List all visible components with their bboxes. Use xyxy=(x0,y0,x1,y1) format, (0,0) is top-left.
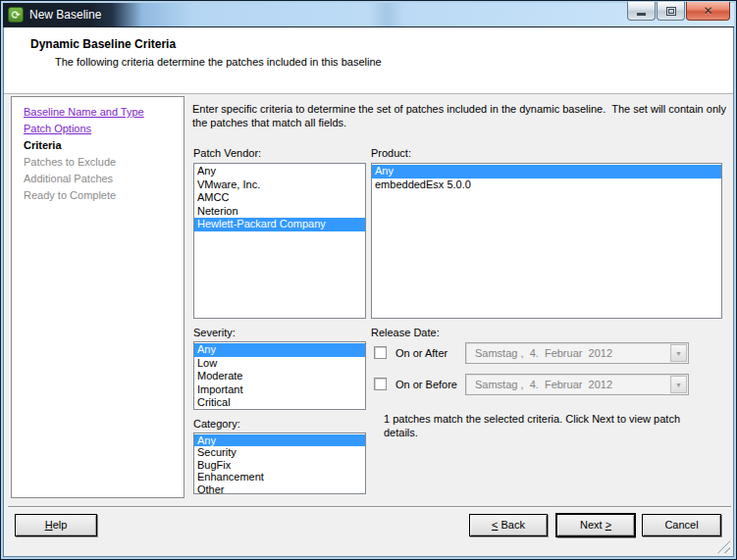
dropdown-button: ▼ xyxy=(670,376,687,393)
list-item[interactable]: Other xyxy=(194,484,365,494)
step-patches-to-exclude: Patches to Exclude xyxy=(24,154,184,171)
on-or-after-checkbox[interactable] xyxy=(374,346,387,359)
category-label: Category: xyxy=(193,418,240,430)
severity-listbox[interactable]: Any Low Moderate Important Critical xyxy=(193,341,366,410)
list-item[interactable]: BugFix xyxy=(194,459,365,471)
next-button[interactable]: Next > xyxy=(556,514,635,536)
titlebar: ⟳ New Baseline ✕ xyxy=(3,3,734,27)
list-item[interactable]: VMware, Inc. xyxy=(194,178,365,192)
on-or-before-date-picker: Samstag , 4. Februar 2012 ▼ xyxy=(465,374,689,395)
help-button[interactable]: Help xyxy=(15,514,97,536)
list-item[interactable]: Low xyxy=(194,357,365,371)
back-button[interactable]: < Back xyxy=(469,514,548,536)
update-manager-icon: ⟳ xyxy=(8,7,24,23)
list-item[interactable]: Any xyxy=(194,165,365,178)
step-additional-patches: Additional Patches xyxy=(24,171,184,187)
chevron-down-icon: ▼ xyxy=(675,350,682,357)
on-or-before-label: On or Before xyxy=(395,379,457,390)
wizard-steps: Baseline Name and Type Patch Options Cri… xyxy=(11,96,184,498)
step-ready-to-complete: Ready to Complete xyxy=(24,187,184,204)
window-controls: ✕ xyxy=(626,2,730,21)
window-title: New Baseline xyxy=(29,3,101,26)
list-item[interactable]: Enhancement xyxy=(194,471,365,483)
on-or-after-label: On or After xyxy=(395,347,447,359)
maximize-button[interactable] xyxy=(657,2,685,21)
date-value: Samstag , 4. Februar 2012 xyxy=(466,347,669,359)
category-listbox[interactable]: Any Security BugFix Enhancement Other xyxy=(193,433,366,494)
chevron-down-icon: ▼ xyxy=(675,382,682,388)
close-icon: ✕ xyxy=(703,4,712,18)
footer-divider xyxy=(8,506,731,508)
dialog-body: Dynamic Baseline Criteria The following … xyxy=(3,27,734,557)
close-button[interactable]: ✕ xyxy=(686,2,730,21)
list-item[interactable]: AMCC xyxy=(194,191,365,205)
patch-vendor-listbox[interactable]: Any VMware, Inc. AMCC Neterion Hewlett-P… xyxy=(193,163,366,319)
patch-vendor-label: Patch Vendor: xyxy=(193,147,261,159)
on-or-before-checkbox[interactable] xyxy=(374,378,387,390)
severity-label: Severity: xyxy=(193,327,236,338)
step-criteria: Criteria xyxy=(24,137,184,154)
release-date-label: Release Date: xyxy=(371,327,440,338)
list-item-selected[interactable]: Hewlett-Packard Company xyxy=(194,218,365,231)
list-item-selected[interactable]: Any xyxy=(194,343,365,357)
list-item[interactable]: Moderate xyxy=(194,370,365,383)
list-item[interactable]: Critical xyxy=(194,396,365,410)
new-baseline-dialog: ⟳ New Baseline ✕ Dynamic Baseline Criter… xyxy=(0,0,737,560)
cancel-button[interactable]: Cancel xyxy=(642,514,721,536)
product-label: Product: xyxy=(371,147,411,159)
minimize-button[interactable] xyxy=(627,2,656,21)
list-item-selected[interactable]: Any xyxy=(194,434,365,446)
dropdown-button: ▼ xyxy=(670,344,687,362)
match-count-text: 1 patches match the selected criteria. C… xyxy=(384,412,700,439)
on-or-after-date-picker: Samstag , 4. Februar 2012 ▼ xyxy=(465,342,689,364)
minimize-icon xyxy=(637,13,646,16)
maximize-icon xyxy=(666,7,676,16)
list-item[interactable]: Important xyxy=(194,383,365,397)
page-title: Dynamic Baseline Criteria xyxy=(30,37,176,51)
list-item[interactable]: Security xyxy=(194,446,365,458)
page-subtitle: The following criteria determine the pat… xyxy=(55,56,382,68)
wizard-header: Dynamic Baseline Criteria The following … xyxy=(4,27,733,94)
step-baseline-name-and-type[interactable]: Baseline Name and Type xyxy=(24,104,184,121)
criteria-instructions: Enter specific criteria to determine the… xyxy=(192,102,730,129)
list-item[interactable]: Neterion xyxy=(194,205,365,219)
list-item[interactable]: embeddedEsx 5.0.0 xyxy=(372,178,721,192)
product-listbox[interactable]: Any embeddedEsx 5.0.0 xyxy=(371,163,722,319)
step-patch-options[interactable]: Patch Options xyxy=(24,121,184,137)
date-value: Samstag , 4. Februar 2012 xyxy=(466,379,669,390)
list-item-selected[interactable]: Any xyxy=(372,165,721,178)
resize-grip[interactable] xyxy=(717,540,730,553)
